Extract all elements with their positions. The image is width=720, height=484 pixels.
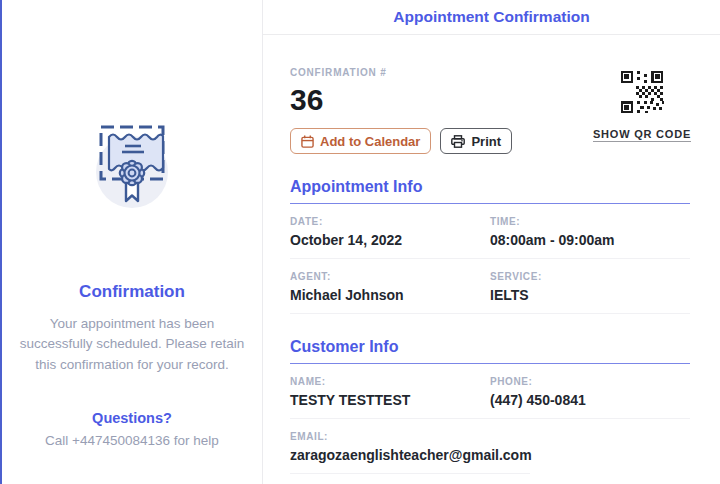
date-cell: DATE: October 14, 2022 — [290, 216, 490, 248]
email-value: zaragozaenglishteacher@gmail.com — [290, 447, 530, 463]
email-label: EMAIL: — [290, 431, 530, 442]
confirmation-sidebar: Confirmation Your appointment has been s… — [2, 0, 263, 484]
agent-cell: AGENT: Michael Johnson — [290, 271, 490, 303]
time-value: 08:00am - 09:00am — [490, 232, 690, 248]
appointment-info-row: DATE: October 14, 2022 TIME: 08:00am - 0… — [290, 204, 690, 259]
calendar-icon — [301, 135, 314, 148]
questions-block: Questions? Call +447450084136 for help — [45, 410, 219, 448]
confirmation-main-panel: Appointment Confirmation CONFIRMATION # … — [263, 0, 720, 484]
show-qr-code-link[interactable]: SHOW QR CODE — [593, 128, 691, 142]
appointment-info-title: Appointment Info — [290, 178, 690, 204]
add-to-calendar-label: Add to Calendar — [320, 134, 420, 149]
name-value: TESTY TESTTEST — [290, 392, 490, 408]
name-label: NAME: — [290, 376, 490, 387]
service-value: IELTS — [490, 287, 690, 303]
service-label: SERVICE: — [490, 271, 690, 282]
time-label: TIME: — [490, 216, 690, 227]
print-button[interactable]: Print — [440, 128, 512, 154]
agent-value: Michael Johnson — [290, 287, 490, 303]
confirmation-number-block: CONFIRMATION # 36 — [290, 67, 512, 154]
customer-info-row: NAME: TESTY TESTTEST PHONE: (447) 450-08… — [290, 364, 690, 419]
print-label: Print — [471, 134, 501, 149]
time-cell: TIME: 08:00am - 09:00am — [490, 216, 690, 248]
questions-phone-text: Call +447450084136 for help — [45, 433, 219, 448]
service-cell: SERVICE: IELTS — [490, 271, 690, 303]
appointment-confirmation-widget: Confirmation Your appointment has been s… — [0, 0, 720, 484]
confirmation-number-label: CONFIRMATION # — [290, 67, 512, 78]
confirmation-message: Your appointment has been successfully s… — [20, 314, 245, 375]
printer-icon — [451, 135, 465, 148]
phone-cell: PHONE: (447) 450-0841 — [490, 376, 690, 408]
appointment-info-row: AGENT: Michael Johnson SERVICE: IELTS — [290, 259, 690, 314]
certificate-icon — [85, 116, 179, 210]
add-to-calendar-button[interactable]: Add to Calendar — [290, 128, 431, 154]
qr-block: SHOW QR CODE — [594, 67, 690, 142]
name-cell: NAME: TESTY TESTTEST — [290, 376, 490, 408]
agent-label: AGENT: — [290, 271, 490, 282]
confirmation-number: 36 — [290, 83, 512, 117]
page-title: Appointment Confirmation — [393, 8, 589, 26]
customer-info-row: EMAIL: zaragozaenglishteacher@gmail.com — [290, 419, 690, 484]
date-value: October 14, 2022 — [290, 232, 490, 248]
email-cell: EMAIL: zaragozaenglishteacher@gmail.com — [290, 431, 530, 474]
date-label: DATE: — [290, 216, 490, 227]
customer-info-title: Customer Info — [290, 338, 690, 364]
sidebar-title: Confirmation — [79, 282, 185, 302]
main-header: Appointment Confirmation — [263, 0, 720, 35]
phone-value: (447) 450-0841 — [490, 392, 690, 408]
qr-code-image — [619, 69, 665, 115]
questions-title: Questions? — [45, 410, 219, 426]
phone-label: PHONE: — [490, 376, 690, 387]
